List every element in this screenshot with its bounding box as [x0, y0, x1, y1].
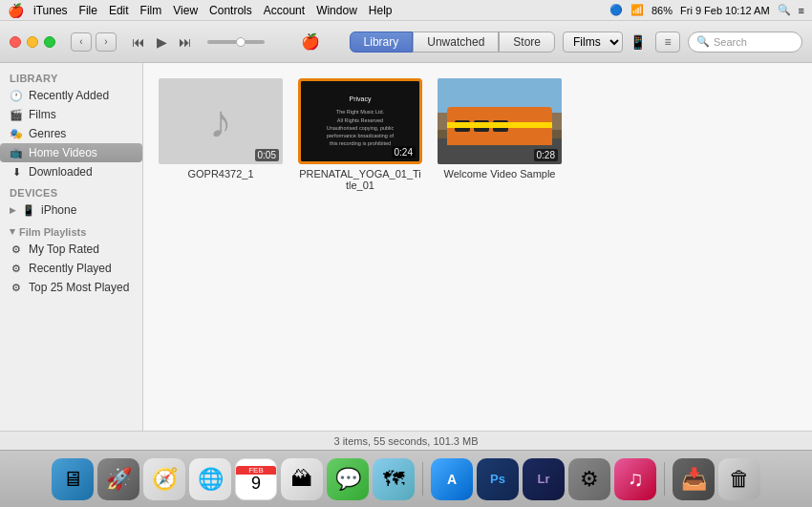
list-view-button[interactable]: ≡ [655, 32, 680, 53]
volume-slider[interactable] [207, 40, 265, 44]
menu-help[interactable]: Help [369, 4, 393, 17]
dock-calendar[interactable]: FEB 9 [235, 458, 277, 500]
prenatal-duration: 0:24 [392, 146, 416, 158]
menu-account[interactable]: Account [264, 4, 305, 17]
thumb-gopr: ♪ 0:05 [159, 78, 283, 164]
clock: Fri 9 Feb 10:12 AM [680, 5, 770, 16]
tab-store[interactable]: Store [499, 32, 555, 53]
device-button[interactable]: 📱 [627, 32, 648, 53]
tab-unwatched[interactable]: Unwatched [413, 32, 499, 53]
sidebar-item-recently-played[interactable]: ⚙ Recently Played [0, 259, 142, 278]
playlists-header-label: Film Playlists [19, 226, 86, 238]
rewind-button[interactable]: ⏮ [128, 32, 149, 52]
menubar: 🍎 iTunes File Edit Film View Controls Ac… [0, 0, 812, 21]
thumb-prenatal: Privacy The Right Music Ltd. All Rights … [298, 78, 422, 164]
back-button[interactable]: ‹ [71, 32, 92, 52]
status-bar: 3 items, 55 seconds, 101.3 MB [0, 431, 812, 450]
sidebar: Library 🕐 Recently Added 🎬 Films 🎭 Genre… [0, 63, 143, 431]
sidebar-item-films[interactable]: 🎬 Films [0, 105, 142, 124]
menu-controls[interactable]: Controls [209, 4, 252, 17]
sidebar-item-home-videos[interactable]: 📺 Home Videos [0, 143, 142, 162]
my-top-rated-icon: ⚙ [10, 243, 23, 256]
dock-photoshop[interactable]: Ps [477, 458, 519, 500]
dock-lightroom[interactable]: Lr [523, 458, 565, 500]
dock: 🖥 🚀 🧭 🌐 FEB 9 🏔 💬 🗺 A Ps Lr ⚙ ♫ 📥 🗑 [0, 450, 812, 507]
main: Library 🕐 Recently Added 🎬 Films 🎭 Genre… [0, 63, 812, 431]
home-videos-label: Home Videos [29, 146, 97, 159]
genres-icon: 🎭 [10, 127, 23, 140]
sidebar-item-iphone[interactable]: ▶ 📱 iPhone [0, 201, 142, 220]
play-button[interactable]: ▶ [153, 32, 171, 52]
train-body [447, 107, 552, 145]
transport-controls: ⏮ ▶ ⏭ [128, 32, 196, 52]
dock-downloads[interactable]: 📥 [673, 458, 715, 500]
sidebar-item-recently-added[interactable]: 🕐 Recently Added [0, 86, 142, 105]
video-item-welcome[interactable]: 0:28 Welcome Video Sample [438, 78, 562, 180]
bluetooth-icon: 🔵 [609, 4, 623, 16]
sidebar-item-top25[interactable]: ⚙ Top 25 Most Played [0, 278, 142, 297]
menu-file[interactable]: File [79, 4, 97, 17]
menubar-items: iTunes File Edit Film View Controls Acco… [33, 4, 609, 17]
minimize-button[interactable] [27, 36, 38, 48]
volume-knob [236, 37, 246, 47]
dock-itunes[interactable]: ♫ [614, 458, 656, 500]
menu-view[interactable]: View [173, 4, 198, 17]
source-dropdown[interactable]: Films [563, 32, 623, 53]
home-videos-icon: 📺 [10, 146, 23, 159]
forward-button[interactable]: › [96, 32, 117, 52]
notification-icon[interactable]: ≡ [799, 5, 804, 16]
maximize-button[interactable] [44, 36, 55, 48]
dock-launchpad[interactable]: 🚀 [97, 458, 139, 500]
menubar-right: 🔵 📶 86% Fri 9 Feb 10:12 AM 🔍 ≡ [609, 4, 804, 16]
playlists-section-header[interactable]: ▾ Film Playlists [0, 220, 142, 240]
status-text: 3 items, 55 seconds, 101.3 MB [333, 435, 478, 447]
segment-tabs: Library Unwatched Store [350, 32, 555, 53]
dock-messages[interactable]: 💬 [327, 458, 369, 500]
text-thumb-content: Privacy The Right Music Ltd. All Rights … [327, 95, 395, 147]
dock-separator-2 [664, 462, 665, 496]
sidebar-item-my-top-rated[interactable]: ⚙ My Top Rated [0, 240, 142, 259]
forward-button[interactable]: ⏭ [175, 32, 196, 52]
top25-icon: ⚙ [10, 281, 23, 294]
video-grid: ♪ 0:05 GOPR4372_1 Privacy The Right Musi… [159, 78, 797, 191]
prenatal-title: PRENATAL_YOGA_01_Title_01 [298, 168, 422, 191]
recently-added-icon: 🕐 [10, 89, 23, 102]
iphone-label: iPhone [41, 203, 76, 217]
dock-trash[interactable]: 🗑 [718, 458, 760, 500]
gopr-duration: 0:05 [255, 149, 279, 161]
films-icon: 🎬 [10, 108, 23, 121]
dock-system-prefs[interactable]: ⚙ [568, 458, 610, 500]
menu-itunes[interactable]: iTunes [33, 4, 68, 17]
iphone-icon: 📱 [22, 203, 35, 217]
sidebar-item-downloaded[interactable]: ⬇ Downloaded [0, 162, 142, 181]
recently-played-icon: ⚙ [10, 262, 23, 275]
iphone-arrow-icon: ▶ [10, 205, 16, 215]
dock-app-store[interactable]: A [431, 458, 473, 500]
video-item-gopr[interactable]: ♪ 0:05 GOPR4372_1 [159, 78, 283, 180]
battery-status: 86% [652, 5, 673, 16]
dock-separator [422, 462, 423, 496]
source-selector: Films 📱 [563, 32, 648, 53]
spotlight-icon[interactable]: 🔍 [778, 4, 791, 16]
sidebar-item-genres[interactable]: 🎭 Genres [0, 124, 142, 143]
search-box[interactable]: 🔍 Search [688, 32, 802, 53]
downloaded-label: Downloaded [29, 165, 93, 179]
dock-finder[interactable]: 🖥 [52, 458, 94, 500]
close-button[interactable] [10, 36, 21, 48]
apple-menu[interactable]: 🍎 [8, 3, 24, 18]
tab-library[interactable]: Library [350, 32, 414, 53]
menu-edit[interactable]: Edit [109, 4, 129, 17]
video-item-prenatal[interactable]: Privacy The Right Music Ltd. All Rights … [298, 78, 422, 191]
gopr-title: GOPR4372_1 [187, 168, 253, 180]
train-stripe [447, 122, 552, 128]
menu-film[interactable]: Film [140, 4, 162, 17]
nav-buttons: ‹ › [71, 32, 117, 52]
playlists-collapse-icon: ▾ [10, 225, 15, 238]
dock-maps[interactable]: 🗺 [373, 458, 415, 500]
library-section-header: Library [0, 67, 142, 86]
dock-chrome[interactable]: 🌐 [189, 458, 231, 500]
dock-safari[interactable]: 🧭 [143, 458, 185, 500]
dock-photos[interactable]: 🏔 [281, 458, 323, 500]
menu-window[interactable]: Window [316, 4, 357, 17]
my-top-rated-label: My Top Rated [29, 243, 99, 256]
